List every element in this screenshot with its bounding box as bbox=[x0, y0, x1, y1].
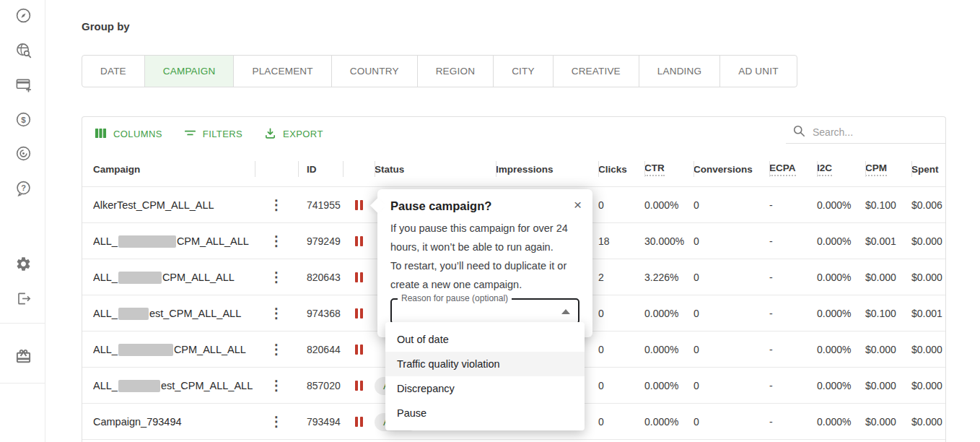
caret-up-icon bbox=[561, 309, 570, 314]
retention-icon[interactable] bbox=[14, 144, 32, 162]
row-menu-cell: ⋮ bbox=[255, 295, 298, 332]
ctr-cell: 0.000% bbox=[644, 187, 694, 223]
pause-icon[interactable] bbox=[355, 381, 363, 391]
clicks-cell: 0 bbox=[598, 187, 644, 223]
column-header-status[interactable]: Status bbox=[375, 151, 496, 187]
reason-option-traffic-quality-violation[interactable]: Traffic quality violation bbox=[385, 352, 585, 376]
tab-country[interactable]: COUNTRY bbox=[332, 56, 418, 87]
campaign-name-cell: Campaign_793494 bbox=[93, 404, 255, 440]
ecpa-cell: - bbox=[769, 187, 817, 223]
pause-icon[interactable] bbox=[355, 272, 363, 282]
logout-icon[interactable] bbox=[14, 289, 32, 308]
column-header-i2c[interactable]: I2C bbox=[817, 151, 865, 187]
tab-city[interactable]: CITY bbox=[494, 56, 554, 87]
row-menu-cell: ⋮ bbox=[255, 368, 298, 404]
column-header-label: Campaign bbox=[93, 164, 140, 175]
tab-creative[interactable]: CREATIVE bbox=[554, 56, 639, 87]
gift-icon[interactable] bbox=[14, 347, 32, 365]
column-header-clicks[interactable]: Clicks bbox=[598, 151, 644, 187]
columns-button[interactable]: COLUMNS bbox=[95, 127, 162, 142]
reason-option-discrepancy[interactable]: Discrepancy bbox=[385, 376, 585, 401]
ctr-cell: 30.000% bbox=[644, 223, 694, 259]
tab-date[interactable]: DATE bbox=[82, 56, 145, 87]
cpm-cell: $0.000 bbox=[865, 404, 911, 440]
column-header-ctr[interactable]: CTR bbox=[644, 151, 694, 187]
cpm-cell: $0.100 bbox=[865, 187, 911, 223]
i2c-cell: 0.000% bbox=[817, 404, 865, 440]
popup-body-line: To restart, you’ll need to duplicate it … bbox=[390, 256, 579, 294]
reason-option-out-of-date[interactable]: Out of date bbox=[385, 327, 585, 352]
column-header-label: Spent bbox=[911, 164, 939, 175]
column-header-conversions[interactable]: Conversions bbox=[694, 151, 769, 187]
redacted-text bbox=[118, 344, 173, 356]
column-header-id[interactable]: ID bbox=[298, 151, 343, 187]
column-header-pause[interactable] bbox=[343, 151, 375, 187]
pause-icon[interactable] bbox=[355, 236, 363, 246]
column-header-campaign[interactable]: Campaign bbox=[93, 151, 255, 187]
pause-icon[interactable] bbox=[355, 308, 363, 318]
search-box bbox=[786, 121, 945, 144]
i2c-cell: 0.000% bbox=[817, 187, 865, 223]
popup-title: Pause campaign? bbox=[390, 199, 579, 213]
tab-region[interactable]: REGION bbox=[418, 56, 494, 87]
spent-cell: $0.000 bbox=[911, 259, 945, 295]
export-button[interactable]: EXPORT bbox=[264, 127, 323, 142]
clicks-cell: 0 bbox=[598, 332, 644, 368]
dollar-icon[interactable]: $ bbox=[14, 110, 32, 129]
popup-body: If you pause this campaign for over 24 h… bbox=[390, 219, 579, 294]
pause-icon[interactable] bbox=[355, 344, 363, 355]
search-input[interactable] bbox=[813, 126, 943, 138]
search-globe-icon[interactable] bbox=[14, 40, 32, 59]
column-header-ecpa[interactable]: ECPA bbox=[769, 151, 817, 187]
card-add-icon[interactable] bbox=[14, 75, 32, 94]
column-header-spent[interactable]: Spent bbox=[911, 151, 945, 187]
kebab-menu-icon[interactable]: ⋮ bbox=[255, 272, 298, 282]
column-header-menu[interactable] bbox=[255, 151, 298, 187]
compass-icon[interactable] bbox=[14, 6, 32, 25]
spent-cell: $0.006 bbox=[911, 187, 945, 223]
campaign-name-cell: ALL_CPM_ALL_ALL bbox=[93, 332, 255, 368]
help-icon[interactable]: ? bbox=[14, 178, 32, 197]
cpm-cell: $0.000 bbox=[865, 332, 911, 368]
ecpa-cell: - bbox=[769, 259, 817, 295]
pause-cell bbox=[343, 223, 375, 259]
reason-option-pause[interactable]: Pause bbox=[385, 401, 585, 425]
reason-select[interactable]: Reason for pause (optional) bbox=[390, 298, 579, 324]
svg-text:$: $ bbox=[21, 115, 26, 124]
close-icon[interactable]: × bbox=[574, 198, 582, 212]
row-menu-cell: ⋮ bbox=[255, 223, 298, 259]
redacted-text bbox=[118, 272, 162, 284]
sidebar-divider bbox=[0, 323, 45, 324]
filters-button[interactable]: FILTERS bbox=[184, 127, 242, 142]
kebab-menu-icon[interactable]: ⋮ bbox=[255, 200, 298, 210]
kebab-menu-icon[interactable]: ⋮ bbox=[255, 308, 298, 318]
sidebar: $ ? bbox=[0, 0, 45, 442]
table-toolbar: COLUMNS FILTERS EXPORT bbox=[82, 117, 945, 151]
conversions-cell: 0 bbox=[694, 187, 769, 223]
kebab-menu-icon[interactable]: ⋮ bbox=[255, 236, 298, 246]
column-header-cpm[interactable]: CPM bbox=[865, 151, 911, 187]
column-header-impressions[interactable]: Impressions bbox=[496, 151, 598, 187]
clicks-cell: 2 bbox=[598, 259, 644, 295]
tab-landing[interactable]: LANDING bbox=[639, 56, 720, 87]
ecpa-cell: - bbox=[769, 404, 817, 440]
kebab-menu-icon[interactable]: ⋮ bbox=[255, 381, 298, 391]
kebab-menu-icon[interactable]: ⋮ bbox=[255, 344, 298, 355]
tab-placement[interactable]: PLACEMENT bbox=[234, 56, 331, 87]
settings-gear-icon[interactable] bbox=[14, 254, 32, 273]
column-header-label: ID bbox=[307, 164, 317, 175]
kebab-menu-icon[interactable]: ⋮ bbox=[255, 417, 298, 427]
search-icon bbox=[792, 124, 805, 140]
tab-campaign[interactable]: CAMPAIGN bbox=[145, 56, 235, 87]
pause-cell bbox=[343, 404, 375, 440]
column-header-label: ECPA bbox=[769, 162, 796, 176]
pause-icon[interactable] bbox=[355, 417, 363, 427]
pause-cell bbox=[343, 368, 375, 404]
campaign-id-cell: 820643 bbox=[298, 259, 343, 295]
main-content: Group by DATECAMPAIGNPLACEMENTCOUNTRYREG… bbox=[46, 0, 980, 442]
tab-ad-unit[interactable]: AD UNIT bbox=[720, 56, 796, 87]
ecpa-cell: - bbox=[769, 368, 817, 404]
spent-cell: $0.000 bbox=[911, 223, 945, 259]
export-button-label: EXPORT bbox=[283, 129, 323, 139]
pause-icon[interactable] bbox=[355, 200, 363, 210]
